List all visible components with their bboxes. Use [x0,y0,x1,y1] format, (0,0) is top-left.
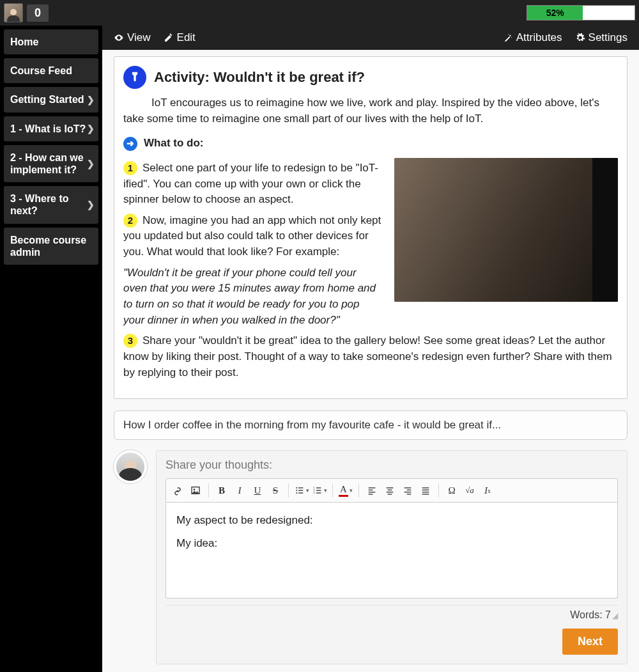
svg-rect-21 [388,494,392,495]
align-right-icon[interactable] [399,481,417,499]
align-center-icon[interactable] [381,481,399,499]
notification-count[interactable]: 0 [27,4,49,22]
svg-rect-22 [404,488,412,488]
avatar[interactable] [4,3,23,22]
next-button[interactable]: Next [562,629,618,655]
align-justify-icon[interactable] [417,481,435,499]
sidebar-item-label: Course Feed [10,65,72,76]
prompt-line[interactable]: How I order coffee in the morning from m… [114,410,627,440]
tab-settings[interactable]: Settings [569,27,634,48]
progress-bar: 52% [527,5,635,20]
svg-rect-15 [369,490,373,490]
chevron-right-icon: ❯ [87,159,95,169]
activity-card: Activity: Wouldn't it be great if? IoT e… [114,56,627,399]
step-number-icon: 1 [123,161,137,175]
svg-rect-28 [422,492,429,492]
sidebar: Home Course Feed Getting Started ❯ 1 - W… [0,26,102,672]
image-icon[interactable] [187,481,204,499]
editor-line: My idea: [176,537,607,550]
svg-rect-7 [298,493,303,494]
step-number-icon: 3 [123,334,137,348]
tab-view[interactable]: View [107,27,157,48]
svg-point-2 [296,487,297,488]
strike-icon[interactable]: S [266,481,284,499]
sidebar-item-label: 2 - How can we implement it? [10,152,84,175]
svg-rect-24 [404,492,412,492]
wand-icon [503,33,513,43]
tab-attributes[interactable]: Attributes [497,27,569,48]
gear-icon [575,33,585,43]
svg-point-3 [296,490,297,491]
what-to-do-label: What to do: [144,136,203,152]
svg-rect-26 [422,488,429,488]
svg-rect-12 [316,490,321,491]
tab-label: Attributes [516,31,562,44]
svg-point-4 [296,492,297,494]
sidebar-item-home[interactable]: Home [4,29,98,54]
chevron-right-icon: ❯ [87,95,95,105]
main: View Edit Attributes Settings [102,26,639,672]
composer: Share your thoughts: B I U S ▾ 123▾ A▾ [156,450,627,664]
sidebar-item-label: Home [10,36,38,47]
avatar[interactable] [114,450,147,483]
progress-fill: 52% [527,6,583,20]
editor-toolbar: B I U S ▾ 123▾ A▾ [166,478,618,503]
svg-rect-23 [407,490,412,490]
svg-rect-5 [298,488,303,488]
align-left-icon[interactable] [363,481,381,499]
svg-rect-16 [369,492,376,492]
svg-rect-29 [422,494,429,495]
italic-icon[interactable]: I [231,481,249,499]
sidebar-item-what-is-iot[interactable]: 1 - What is IoT? ❯ [4,116,98,141]
clear-format-icon[interactable]: Ix [479,481,497,499]
sqrt-icon[interactable]: √a [461,481,479,499]
svg-rect-6 [298,490,303,491]
activity-title: Activity: Wouldn't it be great if? [154,67,365,88]
svg-rect-25 [407,494,412,495]
composer-title: Share your thoughts: [166,458,618,472]
tab-label: Edit [177,31,196,44]
sidebar-item-course-feed[interactable]: Course Feed [4,58,98,83]
bulleted-list-icon[interactable]: ▾ [293,481,311,499]
svg-rect-18 [387,488,394,488]
tab-edit[interactable]: Edit [157,27,202,48]
sidebar-item-label: 3 - Where to next? [10,193,69,216]
svg-rect-17 [369,494,373,495]
activity-step: 3Share your "wouldn't it be great" idea … [123,333,618,380]
link-icon[interactable] [169,481,187,499]
step-number-icon: 2 [123,214,137,228]
editor-body[interactable]: My aspect to be redesigned: My idea: [166,503,618,598]
svg-rect-13 [316,493,321,494]
arrow-right-icon: ➜ [123,137,137,151]
sidebar-item-how-implement[interactable]: 2 - How can we implement it? ❯ [4,145,98,182]
sidebar-item-label: Become course admin [10,235,86,258]
pencil-icon [164,33,174,43]
topbar: 0 52% [0,0,639,26]
sidebar-item-label: 1 - What is IoT? [10,123,86,134]
svg-text:3: 3 [313,492,315,495]
word-count: Words: 7◢ [166,605,618,621]
chevron-right-icon: ❯ [87,199,95,210]
svg-rect-27 [422,490,429,490]
text-color-icon[interactable]: A▾ [337,481,355,499]
svg-rect-14 [369,488,376,488]
bold-icon[interactable]: B [213,481,231,499]
tab-label: View [127,31,151,44]
omega-icon[interactable]: Ω [443,481,461,499]
underline-icon[interactable]: U [249,481,266,499]
eye-icon [114,33,124,43]
chevron-right-icon: ❯ [87,123,95,134]
activity-image [394,158,618,302]
sidebar-item-become-admin[interactable]: Become course admin [4,228,98,265]
svg-rect-11 [316,488,321,488]
svg-point-1 [194,489,196,491]
resize-icon[interactable]: ◢ [612,611,618,620]
svg-rect-20 [387,492,394,492]
sidebar-item-getting-started[interactable]: Getting Started ❯ [4,87,98,112]
numbered-list-icon[interactable]: 123▾ [311,481,328,499]
sidebar-item-where-next[interactable]: 3 - Where to next? ❯ [4,186,98,223]
tab-label: Settings [589,31,627,44]
tabbar: View Edit Attributes Settings [102,26,639,50]
editor-line: My aspect to be redesigned: [176,514,607,527]
svg-rect-19 [388,490,392,490]
